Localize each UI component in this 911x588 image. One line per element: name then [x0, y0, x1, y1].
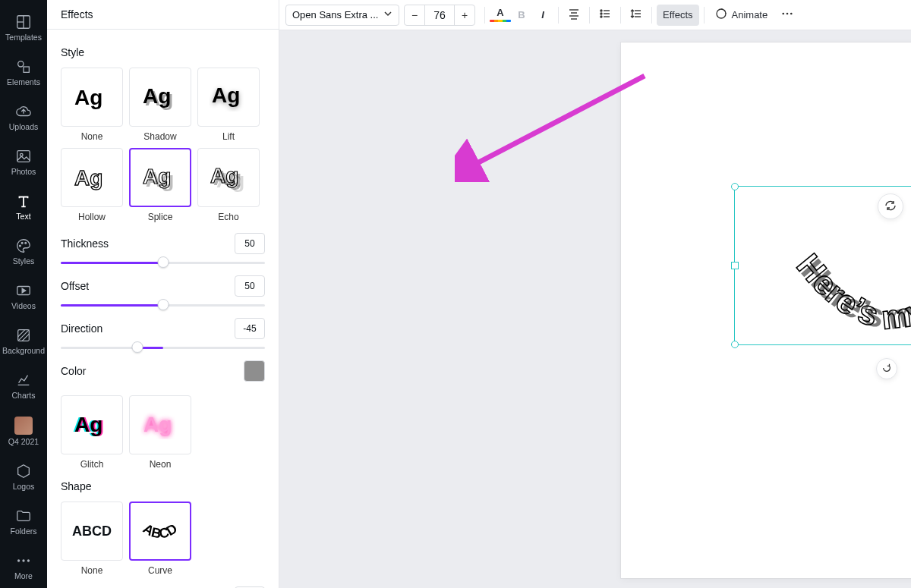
- slider-value-offset[interactable]: 50: [235, 275, 265, 297]
- style-shadow[interactable]: AgAg: [129, 68, 191, 127]
- style-glitch[interactable]: AgAgAg: [61, 395, 123, 454]
- shapes-icon: [15, 58, 32, 75]
- palette-icon: [15, 237, 32, 254]
- svg-text:Ag: Ag: [143, 165, 171, 188]
- svg-text:Ag: Ag: [212, 85, 240, 108]
- more-button[interactable]: [777, 5, 798, 26]
- rail-item-background[interactable]: Background: [0, 318, 47, 363]
- more-h-icon: [15, 552, 32, 569]
- shape-curve[interactable]: ABCD: [129, 502, 191, 561]
- rotate-handle[interactable]: [876, 358, 897, 379]
- rail-label: Q4 2021: [8, 437, 39, 446]
- style-caption: Hollow: [61, 212, 123, 222]
- rail-item-videos[interactable]: Videos: [0, 273, 47, 318]
- slider-thickness[interactable]: [61, 257, 265, 268]
- svg-text:Ag: Ag: [74, 86, 102, 109]
- rail-item-q4-2021[interactable]: Q4 2021: [0, 407, 47, 454]
- rail-item-uploads[interactable]: Uploads: [0, 94, 47, 139]
- rail-item-templates[interactable]: Templates: [0, 5, 47, 49]
- color-swatch[interactable]: [244, 360, 265, 382]
- svg-text:Ag: Ag: [212, 83, 240, 107]
- effects-button[interactable]: Effects: [657, 5, 699, 26]
- style-splice[interactable]: AgAg: [129, 148, 191, 207]
- align-center-icon: [568, 8, 580, 22]
- style-neon[interactable]: AgAg: [129, 395, 191, 454]
- svg-point-48: [790, 13, 793, 15]
- svg-point-47: [786, 13, 789, 15]
- style-lift[interactable]: AgAg: [197, 68, 260, 127]
- style-caption: Splice: [129, 212, 191, 222]
- font-size-value[interactable]: 76: [424, 5, 455, 25]
- text-color-icon: A: [496, 8, 503, 18]
- rail-label: Templates: [5, 33, 42, 42]
- style-caption: Shadow: [129, 131, 191, 142]
- panel-title: Effects: [47, 0, 279, 30]
- hatch-icon: [15, 327, 32, 344]
- style-none[interactable]: Ag: [61, 68, 123, 127]
- font-family-label: Open Sans Extra ...: [292, 9, 378, 20]
- refresh-icon: [884, 200, 897, 214]
- shape-caption: Curve: [129, 565, 191, 576]
- slider-offset[interactable]: [61, 300, 265, 310]
- rail-item-styles[interactable]: Styles: [0, 228, 47, 273]
- font-size-stepper[interactable]: − 76 +: [404, 5, 475, 26]
- spacing-button[interactable]: [626, 5, 647, 26]
- style-hollow[interactable]: Ag: [61, 148, 123, 207]
- animate-icon: [715, 8, 727, 22]
- svg-text:Ag: Ag: [145, 86, 173, 110]
- style-caption: Lift: [197, 131, 260, 142]
- style-caption: Neon: [129, 459, 191, 470]
- bold-button[interactable]: B: [511, 5, 532, 26]
- italic-button[interactable]: I: [532, 5, 553, 26]
- rail-label: More: [14, 571, 33, 580]
- rail-item-photos[interactable]: Photos: [0, 139, 47, 184]
- svg-text:Ag: Ag: [74, 166, 102, 190]
- svg-point-13: [22, 559, 24, 561]
- animate-button[interactable]: Animate: [709, 5, 774, 26]
- slider-direction[interactable]: [61, 342, 265, 353]
- color-label: Color: [61, 365, 86, 377]
- rail-item-more[interactable]: More: [0, 543, 47, 588]
- style-caption: Echo: [197, 212, 260, 222]
- slider-value-direction[interactable]: -45: [235, 318, 265, 339]
- line-spacing-icon: [630, 8, 642, 22]
- rail-item-elements[interactable]: Elements: [0, 49, 47, 94]
- slider-label-direction: Direction: [61, 322, 102, 335]
- shape-caption: None: [61, 565, 123, 576]
- align-button[interactable]: [563, 5, 585, 26]
- svg-rect-5: [17, 151, 30, 162]
- list-icon: [599, 8, 611, 22]
- svg-text:Ag: Ag: [143, 413, 172, 436]
- style-echo[interactable]: AgAgAg: [197, 148, 260, 207]
- style-grid: Ag None AgAg Shadow AgAg Lift Ag: [61, 68, 265, 222]
- image-icon: [15, 148, 32, 165]
- effects-panel: Effects Style Ag None AgAg Shadow AgAg: [47, 0, 279, 588]
- canvas-area: Open Sans Extra ... − 76 + A B I: [279, 0, 911, 588]
- svg-point-36: [601, 10, 602, 11]
- font-family-select[interactable]: Open Sans Extra ...: [285, 5, 399, 26]
- rail-label: Charts: [12, 391, 36, 400]
- chart-line-icon: [15, 372, 32, 388]
- rail-item-text[interactable]: Text: [0, 184, 47, 228]
- rail-item-charts[interactable]: Charts: [0, 363, 47, 407]
- rail-label: Background: [2, 346, 45, 355]
- rail-label: Videos: [11, 301, 36, 310]
- rotate-icon: [881, 363, 892, 376]
- text-toolbar: Open Sans Extra ... − 76 + A B I: [279, 0, 911, 30]
- svg-point-38: [601, 13, 602, 14]
- font-size-incr[interactable]: +: [455, 5, 474, 25]
- svg-point-7: [20, 245, 21, 247]
- shape-none[interactable]: ABCD: [61, 502, 123, 561]
- list-button[interactable]: [594, 5, 616, 26]
- rail-item-folders[interactable]: Folders: [0, 498, 47, 543]
- svg-text:ABCD: ABCD: [140, 520, 180, 541]
- font-size-decr[interactable]: −: [405, 5, 424, 25]
- slider-value-thickness[interactable]: 50: [235, 233, 265, 254]
- rail-label: Styles: [13, 256, 35, 266]
- rail-item-logos[interactable]: Logos: [0, 454, 47, 498]
- logo-co-icon: [15, 463, 32, 480]
- regenerate-button[interactable]: [878, 193, 903, 219]
- text-color-button[interactable]: A: [490, 5, 511, 26]
- svg-text:Ag: Ag: [146, 168, 174, 191]
- style-caption: Glitch: [61, 459, 123, 470]
